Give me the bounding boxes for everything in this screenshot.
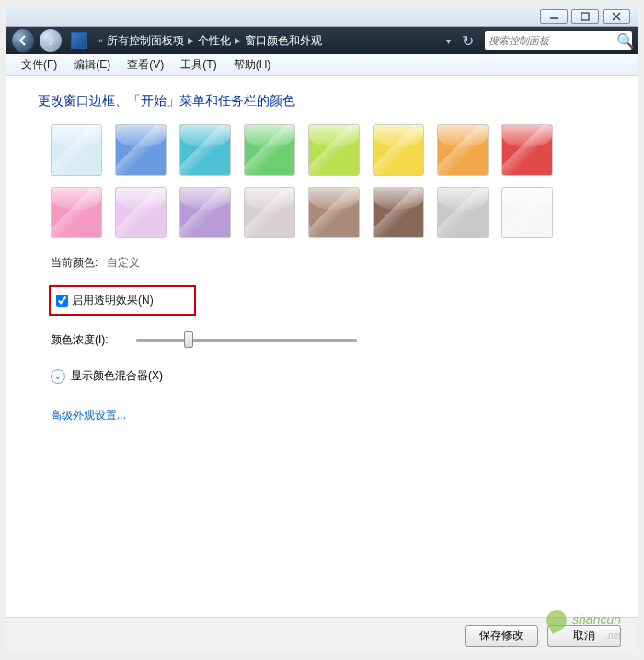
color-swatch[interactable] xyxy=(244,124,295,176)
save-button[interactable]: 保存修改 xyxy=(465,625,538,647)
transparency-checkbox[interactable] xyxy=(56,295,68,307)
color-swatch[interactable] xyxy=(373,187,424,238)
color-swatch[interactable] xyxy=(501,124,553,176)
breadcrumb-item[interactable]: 所有控制面板项 xyxy=(107,33,184,49)
navigation-bar: « 所有控制面板项 ▶ 个性化 ▶ 窗口颜色和外观 ▾ ↻ 🔍 xyxy=(6,27,638,54)
chevron-right-icon: ▶ xyxy=(188,36,194,45)
page-title: 更改窗口边框、「开始」菜单和任务栏的颜色 xyxy=(38,93,606,110)
current-color-row: 当前颜色: 自定义 xyxy=(51,255,606,271)
slider-thumb[interactable] xyxy=(184,331,193,348)
menu-tools[interactable]: 工具(T) xyxy=(173,55,224,75)
chevron-left-icon: « xyxy=(98,36,103,45)
menu-file[interactable]: 文件(F) xyxy=(14,55,64,75)
chevron-down-icon: ⌄ xyxy=(51,369,65,384)
current-color-value: 自定义 xyxy=(107,255,140,271)
control-panel-icon xyxy=(71,32,87,49)
back-button[interactable] xyxy=(12,29,34,52)
color-swatch[interactable] xyxy=(308,187,360,238)
menu-view[interactable]: 查看(V) xyxy=(120,55,171,75)
current-color-label: 当前颜色: xyxy=(51,255,98,271)
transparency-label[interactable]: 启用透明效果(N) xyxy=(72,293,154,308)
titlebar xyxy=(6,6,638,27)
svg-rect-1 xyxy=(581,13,589,20)
color-swatch[interactable] xyxy=(115,124,167,176)
breadcrumb: « 所有控制面板项 ▶ 个性化 ▶ 窗口颜色和外观 xyxy=(98,33,435,49)
color-swatch[interactable] xyxy=(501,187,553,238)
menu-help[interactable]: 帮助(H) xyxy=(226,55,279,75)
color-swatch[interactable] xyxy=(51,124,102,176)
close-button[interactable] xyxy=(603,9,630,24)
color-swatch[interactable] xyxy=(179,187,231,238)
content-area: 更改窗口边框、「开始」菜单和任务栏的颜色 当前颜色: 自定义 启用透明效果(N)… xyxy=(6,76,638,617)
color-swatch[interactable] xyxy=(244,187,295,238)
color-swatch[interactable] xyxy=(51,187,102,238)
chevron-right-icon: ▶ xyxy=(235,36,241,45)
color-swatch[interactable] xyxy=(437,187,489,238)
mixer-label: 显示颜色混合器(X) xyxy=(71,368,163,384)
forward-button[interactable] xyxy=(40,29,62,52)
color-swatch-grid xyxy=(51,124,606,238)
breadcrumb-item[interactable]: 窗口颜色和外观 xyxy=(245,33,322,49)
minimize-button[interactable] xyxy=(540,9,568,24)
search-input[interactable] xyxy=(489,35,616,46)
search-icon[interactable]: 🔍 xyxy=(616,32,635,50)
intensity-label: 颜色浓度(I): xyxy=(51,332,109,348)
color-swatch[interactable] xyxy=(437,124,489,176)
breadcrumb-item[interactable]: 个性化 xyxy=(198,33,231,49)
search-box[interactable]: 🔍 xyxy=(485,31,632,50)
transparency-highlight: 启用透明效果(N) xyxy=(49,285,196,316)
footer-bar: 保存修改 取消 xyxy=(6,617,638,654)
breadcrumb-dropdown-icon[interactable]: ▾ xyxy=(446,36,451,46)
color-mixer-toggle[interactable]: ⌄ 显示颜色混合器(X) xyxy=(51,368,606,384)
intensity-row: 颜色浓度(I): xyxy=(51,332,606,348)
menu-bar: 文件(F) 编辑(E) 查看(V) 工具(T) 帮助(H) xyxy=(6,54,638,76)
maximize-button[interactable] xyxy=(571,9,599,24)
color-swatch[interactable] xyxy=(373,124,424,176)
color-swatch[interactable] xyxy=(308,124,360,176)
advanced-appearance-link[interactable]: 高级外观设置... xyxy=(51,409,126,422)
cancel-button[interactable]: 取消 xyxy=(547,625,621,647)
color-swatch[interactable] xyxy=(115,187,167,238)
intensity-slider[interactable] xyxy=(136,339,357,342)
control-panel-window: « 所有控制面板项 ▶ 个性化 ▶ 窗口颜色和外观 ▾ ↻ 🔍 文件(F) 编辑… xyxy=(6,6,638,654)
menu-edit[interactable]: 编辑(E) xyxy=(66,55,118,75)
refresh-icon[interactable]: ↻ xyxy=(462,32,474,50)
color-swatch[interactable] xyxy=(179,124,231,176)
